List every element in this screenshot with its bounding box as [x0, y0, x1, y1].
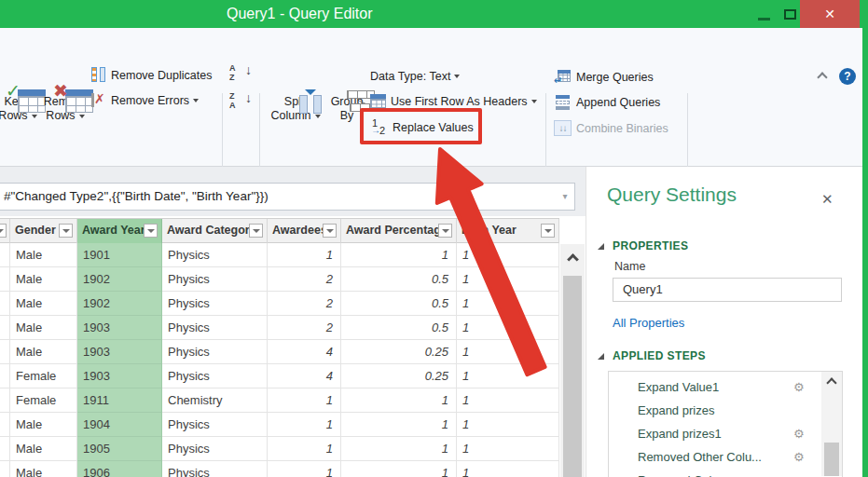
table-cell[interactable]: Physics — [162, 437, 268, 461]
table-cell[interactable]: Physics — [162, 267, 268, 292]
table-cell[interactable]: 1 — [268, 437, 341, 461]
table-cell[interactable]: 4 — [268, 364, 341, 388]
column-header-partial[interactable] — [0, 219, 10, 243]
table-cell[interactable]: 1903 — [77, 364, 162, 388]
table-cell[interactable]: Male — [10, 292, 77, 316]
remove-rows-button[interactable]: ✖ Remove Rows — [39, 89, 91, 123]
table-cell[interactable]: 2 — [268, 267, 341, 292]
filter-icon[interactable] — [249, 224, 263, 238]
table-cell[interactable]: Physics — [162, 340, 268, 364]
table-cell[interactable]: 2 — [268, 316, 341, 340]
filter-icon[interactable] — [144, 224, 158, 238]
table-cell[interactable]: 1 — [268, 388, 341, 413]
table-cell[interactable]: 1 — [457, 292, 559, 316]
applied-step-item[interactable]: Expand prizes1⚙ — [609, 422, 842, 445]
panel-close-button[interactable]: ✕ — [821, 191, 834, 208]
table-cell[interactable]: 1904 — [77, 413, 162, 437]
table-cell[interactable]: 0.25 — [341, 364, 457, 388]
scrollbar-thumb[interactable] — [824, 443, 839, 476]
minimize-button[interactable] — [751, 0, 776, 28]
steps-scrollbar[interactable] — [821, 372, 842, 476]
keep-rows-button[interactable]: ✓ Keep Rows — [0, 89, 39, 123]
table-cell[interactable]: 0.5 — [341, 267, 457, 292]
properties-section-header[interactable]: PROPERTIES — [598, 239, 688, 252]
column-header-award-category[interactable]: Award Category — [162, 219, 268, 243]
table-cell[interactable]: 1902 — [77, 267, 162, 292]
table-cell[interactable] — [0, 316, 10, 340]
data-type-button[interactable]: Data Type: Text — [370, 70, 460, 83]
column-header-awardees[interactable]: Awardees — [268, 219, 341, 243]
gear-icon[interactable]: ⚙ — [793, 445, 805, 469]
query-name-input[interactable]: Query1 — [613, 278, 842, 302]
table-cell[interactable] — [0, 243, 10, 267]
split-column-button[interactable]: Split Column — [269, 89, 323, 123]
table-cell[interactable]: 1 — [457, 364, 559, 388]
applied-steps-section-header[interactable]: APPLIED STEPS — [598, 349, 706, 362]
table-cell[interactable]: 1 — [341, 461, 457, 477]
table-cell[interactable]: 1 — [268, 243, 341, 267]
combine-binaries-button[interactable]: ↓↓ Combine Binaries — [554, 120, 668, 136]
table-cell[interactable]: 1 — [268, 413, 341, 437]
table-cell[interactable]: Physics — [162, 364, 268, 388]
sort-ascending-button[interactable]: AZ↓ — [229, 63, 252, 86]
table-cell[interactable]: Physics — [162, 316, 268, 340]
table-cell[interactable]: 1 — [457, 413, 559, 437]
applied-step-item[interactable]: Renamed Columns — [609, 469, 842, 477]
table-cell[interactable] — [0, 413, 10, 437]
table-cell[interactable]: 1905 — [77, 437, 162, 461]
applied-step-item[interactable]: Expand Value1⚙ — [609, 375, 842, 399]
column-header-award-year[interactable]: Award Year — [77, 219, 162, 243]
table-cell[interactable]: Male — [10, 243, 77, 267]
table-cell[interactable]: Male — [10, 413, 77, 437]
filter-icon[interactable] — [59, 224, 73, 238]
applied-step-item[interactable]: Removed Other Colu...⚙ — [609, 445, 842, 469]
table-cell[interactable]: Physics — [162, 292, 268, 316]
filter-icon[interactable] — [323, 224, 337, 238]
group-by-button[interactable]: Group By — [324, 89, 369, 123]
table-cell[interactable]: Male — [10, 461, 77, 477]
table-cell[interactable]: Male — [10, 316, 77, 340]
table-cell[interactable]: 1903 — [77, 340, 162, 364]
table-vertical-scrollbar[interactable] — [560, 244, 585, 477]
table-cell[interactable]: 4 — [268, 340, 341, 364]
table-cell[interactable]: 1 — [457, 267, 559, 292]
table-cell[interactable]: 1902 — [77, 292, 162, 316]
table-cell[interactable]: Male — [10, 267, 77, 292]
table-cell[interactable]: 0.5 — [341, 292, 457, 316]
filter-icon[interactable] — [541, 224, 555, 238]
ribbon-collapse-button[interactable] — [815, 71, 830, 82]
table-cell[interactable]: 1 — [341, 388, 457, 413]
filter-icon[interactable] — [0, 224, 7, 238]
table-cell[interactable]: 0.5 — [341, 316, 457, 340]
column-header-birth-year[interactable]: Birth Year — [457, 219, 559, 243]
applied-step-item[interactable]: Expand prizes — [609, 399, 842, 422]
sort-descending-button[interactable]: ZA↓ — [229, 91, 252, 114]
scrollbar-thumb[interactable] — [563, 276, 582, 477]
table-cell[interactable]: 1 — [341, 243, 457, 267]
remove-duplicates-button[interactable]: Remove Duplicates — [90, 67, 212, 83]
table-cell[interactable]: Physics — [162, 243, 268, 267]
table-cell[interactable]: 1 — [341, 437, 457, 461]
all-properties-link[interactable]: All Properties — [613, 316, 684, 330]
table-cell[interactable] — [0, 364, 10, 388]
table-cell[interactable]: Chemistry — [162, 388, 268, 413]
append-queries-button[interactable]: Append Queries — [555, 95, 660, 110]
table-cell[interactable]: Male — [10, 340, 77, 364]
table-cell[interactable]: 1903 — [77, 316, 162, 340]
scroll-up-button[interactable] — [821, 379, 842, 387]
remove-errors-button[interactable]: ✗ Remove Errors — [90, 92, 199, 108]
scroll-up-button[interactable] — [560, 250, 585, 268]
help-button[interactable]: ? — [839, 68, 856, 85]
table-cell[interactable]: 1901 — [77, 243, 162, 267]
table-cell[interactable]: 1 — [268, 461, 341, 477]
formula-dropdown-icon[interactable]: ▾ — [556, 183, 574, 211]
table-cell[interactable]: Female — [10, 364, 77, 388]
table-cell[interactable]: 1 — [457, 388, 559, 413]
table-cell[interactable]: 1911 — [77, 388, 162, 413]
table-cell[interactable]: Physics — [162, 413, 268, 437]
table-cell[interactable]: 1 — [457, 316, 559, 340]
column-header-award-percentage[interactable]: Award Percentage — [341, 219, 457, 243]
table-cell[interactable]: Female — [10, 388, 77, 413]
gear-icon[interactable]: ⚙ — [793, 375, 805, 399]
table-cell[interactable]: 2 — [268, 292, 341, 316]
